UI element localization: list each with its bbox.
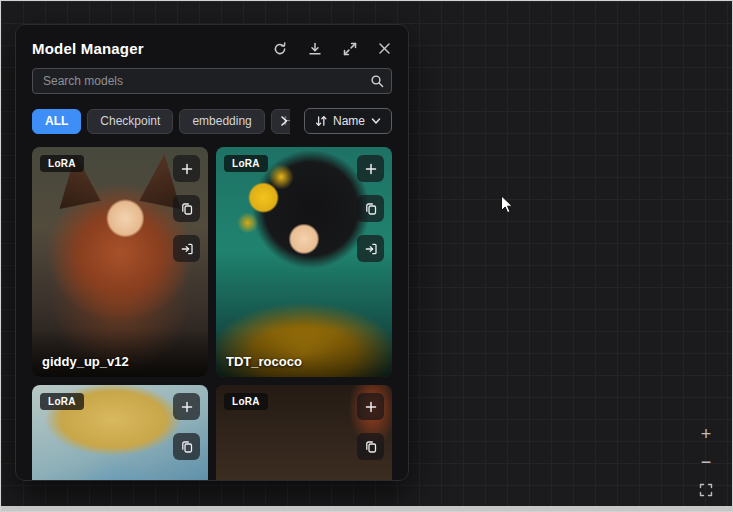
zoom-out-button[interactable]: − xyxy=(695,451,717,473)
copy-model-button[interactable] xyxy=(357,433,384,460)
model-type-badge: LoRA xyxy=(224,155,268,172)
refresh-button[interactable] xyxy=(272,41,288,57)
refresh-icon xyxy=(272,41,288,57)
copy-icon xyxy=(180,202,194,216)
filter-row: ALL Checkpoint embedding Hype xyxy=(32,108,392,134)
model-name: TDT_rococo xyxy=(226,354,382,369)
filter-chip-embedding[interactable]: embedding xyxy=(179,109,264,134)
model-name: giddy_up_v12 xyxy=(42,354,198,369)
model-type-badge: LoRA xyxy=(224,393,268,410)
model-type-badge: LoRA xyxy=(40,393,84,410)
canvas-zoom-toolbar: + − xyxy=(695,423,717,501)
chevron-right-icon[interactable] xyxy=(278,115,290,127)
copy-model-button[interactable] xyxy=(357,195,384,222)
import-model-button[interactable] xyxy=(357,235,384,262)
filter-chip-checkpoint[interactable]: Checkpoint xyxy=(87,109,173,134)
window-edge xyxy=(1,506,732,511)
model-manager-panel: Model Manager xyxy=(15,24,409,481)
model-card-tdt-rococo[interactable]: LoRA TDT_rococo xyxy=(216,147,392,377)
add-model-button[interactable] xyxy=(173,155,200,182)
fit-view-icon xyxy=(699,483,713,497)
copy-icon xyxy=(364,440,378,454)
sort-dropdown[interactable]: Name xyxy=(304,108,392,134)
download-icon xyxy=(307,41,323,57)
plus-icon xyxy=(364,162,378,176)
close-button[interactable] xyxy=(377,41,392,56)
chevron-down-icon xyxy=(370,115,382,127)
model-card-3[interactable]: LoRA xyxy=(32,385,208,481)
add-model-button[interactable] xyxy=(173,393,200,420)
panel-header: Model Manager xyxy=(16,25,408,68)
import-icon xyxy=(180,242,194,256)
copy-icon xyxy=(364,202,378,216)
filter-chip-all[interactable]: ALL xyxy=(32,109,81,134)
search-bar xyxy=(32,68,392,94)
import-model-button[interactable] xyxy=(173,235,200,262)
expand-button[interactable] xyxy=(342,41,358,57)
model-card-4[interactable]: LoRA xyxy=(216,385,392,481)
sort-label: Name xyxy=(333,114,365,128)
copy-model-button[interactable] xyxy=(173,433,200,460)
add-model-button[interactable] xyxy=(357,155,384,182)
zoom-in-button[interactable]: + xyxy=(695,423,717,445)
sort-icon xyxy=(314,114,328,128)
model-card-giddy-up[interactable]: LoRA giddy_up_v12 xyxy=(32,147,208,377)
plus-icon xyxy=(364,400,378,414)
add-model-button[interactable] xyxy=(357,393,384,420)
expand-icon xyxy=(342,41,358,57)
filter-chips: ALL Checkpoint embedding Hype xyxy=(32,109,290,134)
page-title: Model Manager xyxy=(32,40,144,57)
download-button[interactable] xyxy=(307,41,323,57)
plus-icon xyxy=(180,400,194,414)
model-grid: LoRA giddy_up_v12 LoRA xyxy=(32,147,392,481)
mouse-cursor xyxy=(500,195,514,215)
search-icon xyxy=(370,74,384,88)
search-input[interactable] xyxy=(32,68,392,94)
fit-view-button[interactable] xyxy=(695,479,717,501)
import-icon xyxy=(364,242,378,256)
plus-icon xyxy=(180,162,194,176)
copy-model-button[interactable] xyxy=(173,195,200,222)
copy-icon xyxy=(180,440,194,454)
app-canvas: Model Manager xyxy=(0,0,733,512)
close-icon xyxy=(377,41,392,56)
model-type-badge: LoRA xyxy=(40,155,84,172)
header-icons xyxy=(272,41,392,57)
